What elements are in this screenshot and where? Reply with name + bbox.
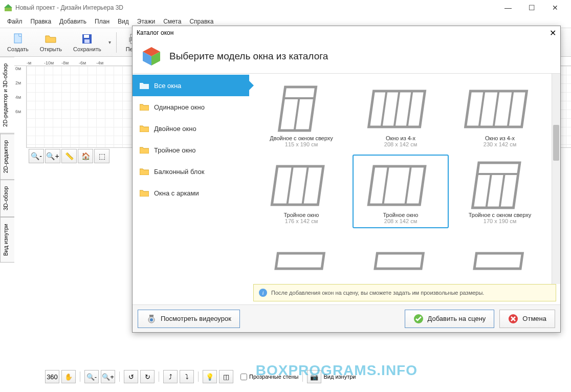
- svg-rect-40: [474, 253, 522, 269]
- menu-estimate[interactable]: Смета: [159, 16, 185, 27]
- menu-view[interactable]: Вид: [114, 16, 133, 27]
- zoom-in-icon[interactable]: 🔍+: [45, 149, 60, 163]
- ruler-vertical: 0м 2м 4м 6м: [14, 66, 27, 148]
- close-button[interactable]: ✕: [543, 0, 567, 15]
- folder-icon: [140, 146, 149, 154]
- svg-rect-34: [473, 163, 520, 208]
- model-item-7[interactable]: [353, 231, 449, 284]
- ok-icon: [413, 314, 424, 324]
- menu-plan[interactable]: План: [91, 16, 114, 27]
- titlebar: Новый проект - Дизайн Интерьера 3D — ☐ ✕: [0, 0, 571, 15]
- svg-rect-28: [272, 166, 323, 205]
- svg-rect-5: [84, 39, 90, 43]
- maximize-button[interactable]: ☐: [520, 0, 543, 15]
- menu-add[interactable]: Добавить: [55, 16, 91, 27]
- cancel-button[interactable]: Отмена: [499, 310, 555, 328]
- model-item-0[interactable]: Двойное с окном сверху115 x 190 см: [253, 78, 349, 151]
- tilt-up-icon[interactable]: ⤴: [163, 370, 178, 383]
- category-list: Все окна Одинарное окно Двойное окно Тро…: [133, 74, 249, 284]
- open-label: Открыть: [40, 46, 62, 52]
- view-tabs: 2D-редактор и 3D-обзор 2D-редактор 3D-об…: [0, 57, 14, 389]
- new-file-icon: [11, 33, 25, 45]
- model-item-2[interactable]: Окно из 4-х230 x 142 см: [452, 78, 548, 151]
- svg-marker-1: [4, 4, 12, 8]
- cat-arched[interactable]: Окна с арками: [133, 182, 249, 204]
- zoom-in-3d-icon[interactable]: 🔍+: [101, 370, 115, 383]
- folder-icon: [140, 189, 149, 197]
- dialog-close-icon[interactable]: ✕: [550, 28, 556, 38]
- folder-icon: [140, 168, 149, 175]
- dialog-header: Выберите модель окна из каталога: [133, 39, 560, 73]
- cat-triple[interactable]: Тройное окно: [133, 139, 249, 161]
- window-title: Новый проект - Дизайн Интерьера 3D: [15, 4, 123, 11]
- window-thumb-icon: [365, 82, 436, 133]
- add-to-scene-button[interactable]: Добавить на сцену: [405, 310, 495, 328]
- menu-edit[interactable]: Правка: [27, 16, 56, 27]
- window-thumb-icon: [464, 82, 536, 133]
- tilt-down-icon[interactable]: ⤵: [180, 370, 194, 383]
- cat-single[interactable]: Одинарное окно: [133, 96, 249, 118]
- cat-double[interactable]: Двойное окно: [133, 118, 249, 139]
- ruler-icon[interactable]: 📏: [61, 149, 77, 163]
- grid-scrollbar[interactable]: [552, 74, 560, 284]
- 2d-tools: 🔍- 🔍+ 📏 🏠 ⬚: [29, 149, 109, 163]
- cat-all-windows[interactable]: Все окна: [133, 75, 249, 96]
- info-icon: i: [259, 289, 267, 297]
- model-item-5[interactable]: Тройное с окном сверху170 x 190 см: [452, 155, 548, 228]
- window-thumb-icon: [266, 82, 337, 133]
- video-tutorial-button[interactable]: Посмотреть видеоурок: [138, 310, 240, 328]
- svg-rect-31: [368, 166, 425, 205]
- menu-help[interactable]: Справка: [185, 16, 217, 27]
- model-item-8[interactable]: [452, 231, 548, 284]
- split-icon[interactable]: ◫: [219, 370, 233, 383]
- model-item-6[interactable]: [253, 231, 349, 284]
- window-thumb-icon: [266, 235, 337, 284]
- pan-icon[interactable]: ✋: [61, 370, 76, 383]
- tab-3d[interactable]: 3D-обзор: [0, 180, 14, 217]
- folder-icon: [140, 125, 149, 132]
- dialog-body: Все окна Одинарное окно Двойное окно Тро…: [133, 73, 560, 284]
- open-button[interactable]: Открыть: [36, 32, 66, 53]
- window-thumb-icon: [464, 235, 536, 284]
- select-area-icon[interactable]: ⬚: [94, 149, 109, 163]
- svg-rect-42: [149, 315, 153, 317]
- svg-rect-0: [5, 7, 12, 11]
- svg-point-43: [150, 318, 153, 321]
- create-button[interactable]: Создать: [3, 32, 33, 53]
- dialog-title: Каталог окон: [137, 29, 173, 36]
- window-thumb-icon: [365, 159, 436, 210]
- dialog-heading: Выберите модель окна из каталога: [169, 51, 328, 62]
- tab-2d[interactable]: 2D-редактор: [0, 134, 14, 180]
- cat-balcony[interactable]: Балконный блок: [133, 161, 249, 182]
- save-icon: [80, 33, 94, 45]
- window-thumb-icon: [464, 159, 536, 210]
- watermark: BOXPROGRAMS.INFO: [256, 362, 418, 379]
- zoom-out-3d-icon[interactable]: 🔍-: [84, 370, 99, 383]
- tab-2d-3d[interactable]: 2D-редактор и 3D-обзор: [0, 57, 14, 134]
- rotate-right-icon[interactable]: ↻: [140, 370, 155, 383]
- menu-floors[interactable]: Этажи: [133, 16, 159, 27]
- tab-inside[interactable]: Вид изнутри: [0, 217, 14, 263]
- model-item-1[interactable]: Окно из 4-х208 x 142 см: [353, 78, 449, 151]
- catalog-cube-icon: [141, 46, 162, 67]
- rotate-360-icon[interactable]: 360: [45, 370, 59, 383]
- save-label: Сохранить: [73, 46, 101, 52]
- window-thumb-icon: [266, 159, 337, 210]
- dialog-hint: i После добавления окон на сцену, вы смо…: [253, 284, 556, 301]
- window-thumb-icon: [365, 235, 436, 284]
- app-icon: [4, 4, 12, 12]
- home-icon[interactable]: 🏠: [78, 149, 93, 163]
- models-grid: Двойное с окном сверху115 x 190 см Окно …: [249, 74, 560, 284]
- model-item-3[interactable]: Тройное окно176 x 142 см: [253, 155, 349, 228]
- minimize-button[interactable]: —: [496, 0, 520, 15]
- save-button[interactable]: Сохранить: [69, 32, 105, 53]
- folder-open-icon: [43, 33, 58, 45]
- menu-file[interactable]: Файл: [3, 16, 27, 27]
- rotate-left-icon[interactable]: ↺: [124, 370, 138, 383]
- zoom-out-icon[interactable]: 🔍-: [29, 149, 44, 163]
- svg-rect-38: [276, 253, 324, 269]
- folder-icon: [140, 103, 149, 111]
- dialog-titlebar: Каталог окон ✕: [133, 26, 560, 39]
- model-item-4[interactable]: Тройное окно208 x 142 см: [353, 155, 449, 228]
- light-icon[interactable]: 💡: [203, 370, 217, 383]
